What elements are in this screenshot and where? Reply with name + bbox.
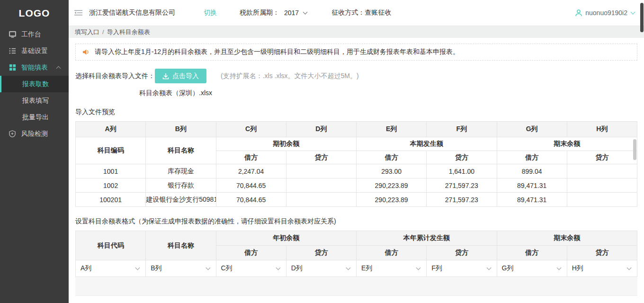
- column-select-code[interactable]: A列: [76, 260, 145, 276]
- column-letter-row: A列 B列 C列 D列 E列 F列 G列 H列: [76, 122, 637, 137]
- header-subject-name: 科目名称: [146, 137, 216, 164]
- select-value: B列: [151, 264, 161, 273]
- tax-period-dropdown[interactable]: 税款所属期： 2017: [240, 9, 307, 17]
- table-scrollbar[interactable]: [633, 139, 636, 160]
- chevron-down-icon: [303, 10, 308, 15]
- col-header: H列: [567, 122, 637, 137]
- sidebar-item-label: 智能填表: [21, 63, 48, 72]
- sidebar-item-workbench[interactable]: 工作台: [0, 26, 69, 43]
- tax-period-value: 2017: [284, 9, 299, 17]
- import-button[interactable]: 点击导入: [155, 69, 206, 83]
- tax-period-label: 税款所属期：: [240, 9, 279, 17]
- header-opening-balance: 年初余额: [216, 231, 357, 246]
- column-select-opening-credit[interactable]: D列: [286, 260, 356, 276]
- sidebar-item-label: 工作台: [21, 30, 41, 39]
- col-header: F列: [427, 122, 497, 137]
- user-icon: [575, 9, 582, 17]
- select-value: G列: [502, 264, 514, 273]
- select-value: E列: [361, 264, 372, 273]
- company-name: 浙江爱信诺航天信息有限公司: [89, 9, 175, 17]
- header-debit: 借方: [497, 151, 567, 164]
- column-select-current-credit[interactable]: F列: [427, 260, 496, 276]
- breadcrumb-separator: /: [102, 28, 104, 36]
- chevron-down-icon: [556, 266, 561, 270]
- breadcrumb-current: 导入科目余额表: [107, 28, 150, 36]
- cell: 1002: [76, 178, 146, 193]
- col-header: E列: [357, 122, 427, 137]
- sidebar-item-basic-settings[interactable]: 基础设置: [0, 43, 69, 59]
- topbar: 浙江爱信诺航天信息有限公司 切换 税款所属期： 2017 征收方式：查账征收 n…: [69, 0, 644, 26]
- column-select-current-debit[interactable]: E列: [357, 260, 426, 276]
- cell: 银行存款: [146, 178, 216, 193]
- group-header-row: 科目代码 科目名称 年初余额 本年累计发生额 期末余额: [76, 231, 637, 246]
- group-header-row: 科目编码 科目名称 期初余额 本期发生额 期末余额: [76, 137, 637, 151]
- column-select-closing-debit[interactable]: G列: [497, 260, 567, 276]
- cell: [286, 164, 356, 178]
- page-scrollbar[interactable]: [640, 3, 644, 32]
- header-opening-balance: 期初余额: [216, 137, 357, 151]
- header-credit: 贷方: [567, 246, 637, 260]
- cell: 建设银行金沙支行509814: [146, 193, 216, 207]
- sidebar-item-smart-fill[interactable]: 智能填表: [0, 59, 69, 76]
- header-credit: 贷方: [286, 151, 356, 164]
- header-debit: 借方: [216, 151, 286, 164]
- breadcrumb-parent[interactable]: 填写入口: [75, 28, 99, 36]
- cell: 100201: [76, 193, 146, 207]
- chevron-down-icon: [135, 266, 140, 270]
- chevron-up-icon: [56, 66, 61, 71]
- sidebar-item-label: 报表取数: [22, 80, 49, 89]
- chevron-down-icon: [631, 10, 635, 15]
- cell: 89,471.31: [497, 193, 567, 207]
- cell: [286, 178, 356, 193]
- cell: 89,471.31: [497, 178, 567, 193]
- sidebar-item-label: 批量导出: [22, 113, 49, 122]
- select-value: F列: [431, 264, 442, 273]
- speaker-icon: [82, 49, 90, 55]
- col-header: G列: [497, 122, 567, 137]
- cell: [286, 193, 356, 207]
- cell: 70,844.65: [216, 193, 286, 207]
- imported-filename: 科目余额表（深圳）.xlsx: [75, 89, 637, 98]
- switch-company-link[interactable]: 切换: [204, 9, 217, 17]
- chevron-down-icon: [627, 266, 632, 270]
- sidebar-item-label: 风险检测: [21, 130, 48, 138]
- column-select-name[interactable]: B列: [146, 260, 215, 276]
- header-current-amount: 本年累计发生额: [357, 231, 497, 246]
- notice-banner: 请导入你上年度1月-12月的科目余额表，并且至少包含一级明细科目和二级明细科目，…: [75, 44, 637, 61]
- select-value: D列: [291, 264, 303, 273]
- chevron-down-icon: [486, 266, 491, 270]
- table-row: 1002 银行存款 70,844.65 290,223.89 271,597.2…: [76, 178, 637, 193]
- col-header: D列: [286, 122, 356, 137]
- chevron-down-icon: [346, 266, 351, 270]
- cell: [567, 193, 637, 207]
- col-header: A列: [76, 122, 146, 137]
- column-select-closing-credit[interactable]: H列: [567, 260, 637, 276]
- app-logo: LOGO: [0, 0, 69, 26]
- sidebar-item-batch-export[interactable]: 批量导出: [0, 109, 69, 125]
- preview-table: A列 B列 C列 D列 E列 F列 G列 H列 科目编码 科目名称: [75, 121, 637, 207]
- page-content: 请导入你上年度1月-12月的科目余额表，并且至少包含一级明细科目和二级明细科目，…: [69, 38, 644, 303]
- sidebar-item-risk-check[interactable]: 风险检测: [0, 125, 69, 142]
- cell: [567, 178, 637, 193]
- sidebar-collapse-icon[interactable]: [74, 9, 82, 16]
- preview-section-title: 导入文件预览: [75, 108, 637, 116]
- shield-icon: [9, 130, 16, 138]
- select-value: A列: [80, 264, 91, 273]
- table-row: 100201 建设银行金沙支行509814 70,844.65 290,223.…: [76, 193, 637, 207]
- cell: [567, 164, 637, 178]
- file-import-row: 选择科目余额表导入文件： 点击导入 (支持扩展名：.xls .xlsx。文件大小…: [75, 69, 637, 83]
- column-select-opening-debit[interactable]: C列: [216, 260, 286, 276]
- header-debit: 借方: [357, 246, 427, 260]
- sidebar-item-report-fetch[interactable]: 报表取数: [0, 76, 69, 92]
- breadcrumb: 填写入口 / 导入科目余额表: [69, 26, 644, 38]
- cell: 271,597.23: [427, 193, 497, 207]
- header-debit: 借方: [497, 246, 567, 260]
- chevron-down-icon: [416, 266, 421, 270]
- cell: 库存现金: [146, 164, 216, 178]
- user-menu[interactable]: nuonuo9190i2: [575, 9, 635, 17]
- sidebar-item-report-fill[interactable]: 报表填写: [0, 92, 69, 109]
- main-area: 浙江爱信诺航天信息有限公司 切换 税款所属期： 2017 征收方式：查账征收 n…: [69, 0, 644, 303]
- cell: 290,223.89: [357, 178, 427, 193]
- col-header: C列: [216, 122, 286, 137]
- notice-text: 请导入你上年度1月-12月的科目余额表，并且至少包含一级明细科目和二级明细科目，…: [95, 48, 459, 56]
